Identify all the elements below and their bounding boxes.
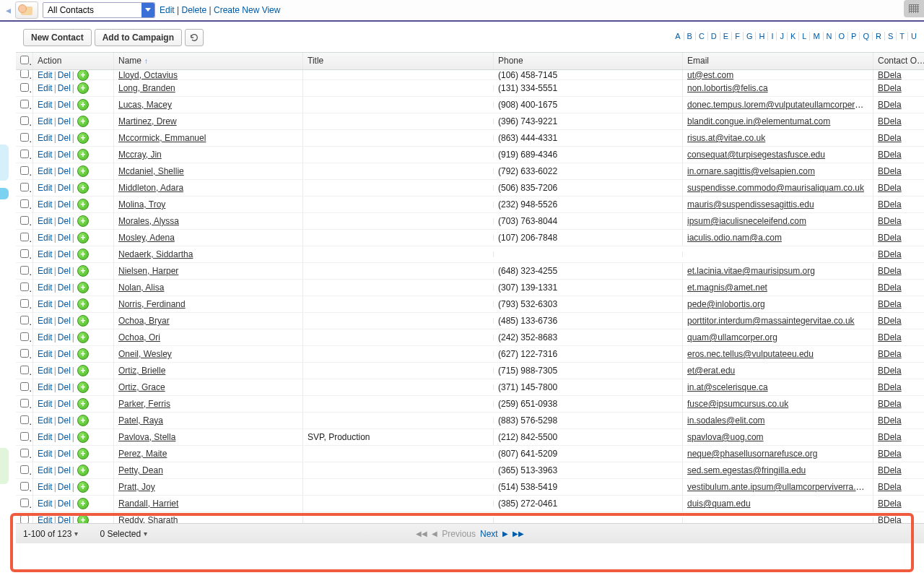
del-link[interactable]: Del <box>58 316 71 326</box>
plus-icon[interactable]: + <box>77 498 89 509</box>
del-link[interactable]: Del <box>58 482 71 492</box>
alpha-j[interactable]: J <box>777 32 788 40</box>
email-link[interactable]: in.at@scelerisque.ca <box>687 382 768 392</box>
row-checkbox[interactable] <box>20 216 29 225</box>
alpha-k[interactable]: K <box>788 32 799 40</box>
edit-link[interactable]: Edit <box>38 216 53 226</box>
email-link[interactable]: vestibulum.ante.ipsum@ullamcorperviverra… <box>687 482 871 492</box>
del-link[interactable]: Del <box>58 83 71 93</box>
delete-view-link[interactable]: Delete <box>181 5 206 15</box>
alpha-d[interactable]: D <box>708 32 720 40</box>
del-link[interactable]: Del <box>58 349 71 359</box>
header-title[interactable]: Title <box>303 53 494 69</box>
email-link[interactable]: in.ornare.sagittis@velsapien.com <box>687 166 815 176</box>
contact-name-link[interactable]: Oneil, Wesley <box>118 349 172 359</box>
owner-link[interactable]: BDela <box>878 316 902 326</box>
create-view-link[interactable]: Create New View <box>214 5 280 15</box>
contact-name-link[interactable]: Pratt, Joy <box>118 482 155 492</box>
alpha-a[interactable]: A <box>672 32 684 40</box>
email-link[interactable]: mauris@suspendissesagittis.edu <box>687 199 814 210</box>
alpha-i[interactable]: I <box>768 32 777 40</box>
del-link[interactable]: Del <box>58 282 71 293</box>
owner-link[interactable]: BDela <box>878 482 902 492</box>
last-page-icon[interactable]: ▶▶ <box>513 530 524 538</box>
refresh-button[interactable] <box>185 29 204 46</box>
email-link[interactable]: ut@est.com <box>687 70 733 80</box>
email-link[interactable]: porttitor.interdum@massaintegervitae.co.… <box>687 316 855 326</box>
edit-link[interactable]: Edit <box>38 150 53 160</box>
row-checkbox[interactable] <box>20 249 29 258</box>
owner-link[interactable]: BDela <box>878 249 902 259</box>
row-checkbox[interactable] <box>20 366 29 374</box>
owner-link[interactable]: BDela <box>878 299 902 309</box>
alpha-t[interactable]: T <box>897 32 908 40</box>
contact-name-link[interactable]: Parker, Ferris <box>118 399 170 409</box>
row-checkbox[interactable] <box>20 100 29 108</box>
owner-link[interactable]: BDela <box>878 199 902 210</box>
plus-icon[interactable]: + <box>77 149 89 160</box>
del-link[interactable]: Del <box>58 166 71 176</box>
collapse-left-icon[interactable]: ◂ <box>6 4 11 16</box>
del-link[interactable]: Del <box>58 465 71 475</box>
plus-icon[interactable]: + <box>77 99 89 111</box>
header-owner[interactable]: Contact Owner A <box>873 53 924 69</box>
alpha-r[interactable]: R <box>873 32 885 40</box>
row-checkbox[interactable] <box>20 83 29 92</box>
contact-name-link[interactable]: Ochoa, Ori <box>118 332 160 342</box>
plus-icon[interactable]: + <box>77 332 89 343</box>
email-link[interactable]: neque@phasellusornarefusce.org <box>687 449 817 459</box>
owner-link[interactable]: BDela <box>878 366 902 376</box>
row-checkbox[interactable] <box>20 332 29 341</box>
email-link[interactable]: ipsum@iaculisneceleifend.com <box>687 216 806 226</box>
owner-link[interactable]: BDela <box>878 133 902 143</box>
row-checkbox[interactable] <box>20 465 29 474</box>
contact-name-link[interactable]: Petty, Dean <box>118 465 163 475</box>
plus-icon[interactable]: + <box>77 165 89 177</box>
email-link[interactable]: suspendisse.commodo@maurisaliquam.co.uk <box>687 183 864 193</box>
row-checkbox[interactable] <box>20 399 29 407</box>
row-checkbox[interactable] <box>20 133 29 142</box>
contact-name-link[interactable]: Morales, Alyssa <box>118 216 179 226</box>
edit-link[interactable]: Edit <box>38 482 53 492</box>
owner-link[interactable]: BDela <box>878 399 902 409</box>
plus-icon[interactable]: + <box>77 448 89 460</box>
plus-icon[interactable]: + <box>77 199 89 210</box>
del-link[interactable]: Del <box>58 332 71 342</box>
alpha-l[interactable]: L <box>799 32 810 40</box>
edit-link[interactable]: Edit <box>38 116 53 126</box>
email-link[interactable]: donec.tempus.lorem@vulputateullamcorperm… <box>687 100 869 110</box>
row-checkbox[interactable] <box>20 299 29 308</box>
plus-icon[interactable]: + <box>77 265 89 277</box>
range-dropdown[interactable]: 1-100 of 123 <box>23 529 78 539</box>
alpha-s[interactable]: S <box>885 32 897 40</box>
email-link[interactable]: sed.sem.egestas@fringilla.edu <box>687 465 806 475</box>
plus-icon[interactable]: + <box>77 182 89 194</box>
contact-name-link[interactable]: Ortiz, Grace <box>118 382 165 392</box>
email-link[interactable]: quam@ullamcorper.org <box>687 332 777 342</box>
row-checkbox[interactable] <box>20 233 29 241</box>
alpha-m[interactable]: M <box>810 32 823 40</box>
alpha-h[interactable]: H <box>756 32 768 40</box>
contact-name-link[interactable]: Molina, Troy <box>118 199 165 210</box>
plus-icon[interactable]: + <box>77 116 89 127</box>
left-tab-green[interactable] <box>0 448 9 484</box>
owner-link[interactable]: BDela <box>878 150 902 160</box>
email-link[interactable]: consequat@turpisegestasfusce.edu <box>687 150 825 160</box>
email-link[interactable]: et.magnis@amet.net <box>687 282 767 293</box>
contact-name-link[interactable]: Norris, Ferdinand <box>118 299 186 309</box>
edit-link[interactable]: Edit <box>38 349 53 359</box>
email-link[interactable]: blandit.congue.in@elementumat.com <box>687 116 830 126</box>
del-link[interactable]: Del <box>58 366 71 376</box>
contact-name-link[interactable]: Patel, Raya <box>118 415 163 426</box>
plus-icon[interactable]: + <box>77 232 89 243</box>
owner-link[interactable]: BDela <box>878 166 902 176</box>
header-action[interactable]: Action <box>33 53 114 69</box>
owner-link[interactable]: BDela <box>878 332 902 342</box>
row-checkbox[interactable] <box>20 515 29 524</box>
row-checkbox[interactable] <box>20 449 29 457</box>
edit-link[interactable]: Edit <box>38 166 53 176</box>
email-link[interactable]: et.lacinia.vitae@maurisipsum.org <box>687 266 815 276</box>
owner-link[interactable]: BDela <box>878 432 902 442</box>
plus-icon[interactable]: + <box>77 381 89 393</box>
del-link[interactable]: Del <box>58 100 71 110</box>
